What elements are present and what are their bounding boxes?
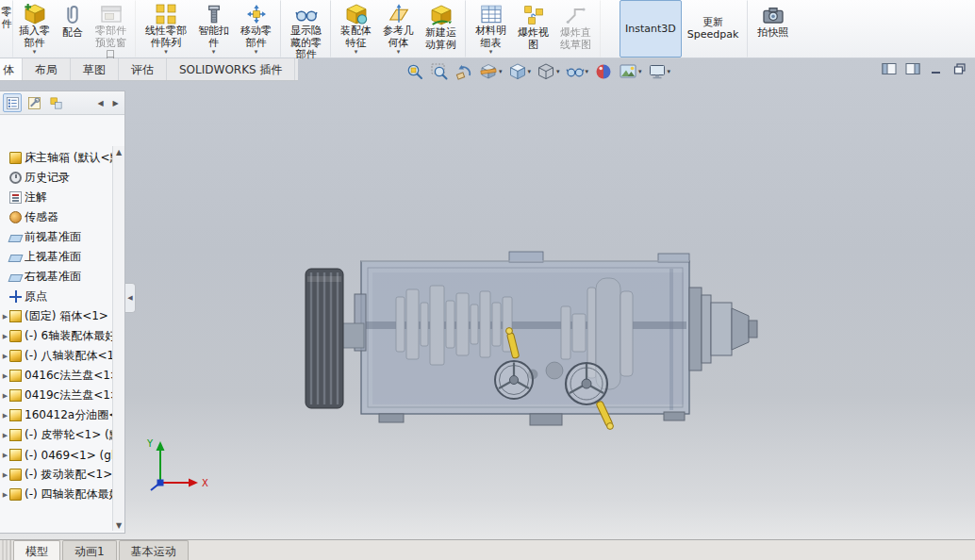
tree-item[interactable]: ▶ 0419c法兰盘<1> bbox=[0, 386, 112, 405]
propertymanager-tab[interactable] bbox=[25, 93, 43, 112]
tree-item[interactable]: ▶ (固定) 箱体<1> (默 bbox=[0, 306, 112, 326]
tree-item[interactable]: ▶ 右视基准面 bbox=[0, 267, 112, 287]
propertymanager-icon bbox=[27, 96, 41, 110]
bill-of-materials-button[interactable]: 材料明 细表 ▾ bbox=[470, 0, 512, 58]
tree-item-icon bbox=[9, 488, 22, 501]
tab-assembly[interactable]: 体 bbox=[0, 58, 23, 80]
zoom-to-area-button[interactable]: ▾ bbox=[428, 61, 451, 82]
triad-y-label: Y bbox=[146, 438, 154, 449]
tree-item-icon bbox=[9, 370, 22, 382]
component-preview-window-button[interactable]: 零部件 预览窗 口 ▾ bbox=[90, 0, 136, 58]
tree-item[interactable]: ▶ 原点 bbox=[0, 287, 112, 306]
expand-arrow-icon[interactable]: ▶ bbox=[1, 412, 9, 420]
apply-scene-button[interactable]: ▾ bbox=[617, 61, 644, 82]
tree-scrollbar[interactable]: ▲ ▼ bbox=[112, 146, 124, 531]
view-orientation-button[interactable]: ▾ bbox=[506, 61, 534, 82]
expand-arrow-icon[interactable]: ▶ bbox=[1, 353, 9, 360]
tree-item-icon bbox=[9, 191, 22, 204]
tree-item[interactable]: ▶ (-) 拨动装配<1> ( bbox=[0, 465, 112, 485]
tree-item[interactable]: ▶ 注解 bbox=[0, 188, 112, 207]
expand-arrow-icon[interactable]: ▶ bbox=[1, 372, 9, 380]
display-style-button[interactable]: ▾ bbox=[535, 61, 562, 82]
tree-item[interactable]: ▶ 0416c法兰盘<1> bbox=[0, 366, 112, 386]
tab-layout[interactable]: 布局 bbox=[23, 58, 71, 80]
tree-item-icon bbox=[9, 409, 22, 421]
instant3d-button[interactable]: Instant3D ▾ bbox=[620, 0, 682, 58]
tree-root-assembly[interactable]: ▶ 床主轴箱 (默认<默 bbox=[0, 148, 112, 168]
tab-solidworks-addins[interactable]: SOLIDWORKS 插件 bbox=[167, 58, 295, 80]
mate-button[interactable]: 配合 ▾ bbox=[56, 0, 90, 58]
tab-animation1[interactable]: 动画1 bbox=[62, 540, 117, 560]
new-motion-study-button[interactable]: 新建运 动算例 ▾ bbox=[420, 0, 466, 58]
tree-item[interactable]: ▶ (-) 0469<1> (gb bbox=[0, 445, 112, 465]
pane-left-button[interactable] bbox=[881, 61, 897, 75]
tree-item-icon bbox=[9, 211, 22, 223]
tree-item[interactable]: ▶ 上视基准面 bbox=[0, 247, 112, 267]
dropdown-arrow-icon: ▾ bbox=[638, 68, 642, 75]
tab-sketch[interactable]: 草图 bbox=[71, 58, 119, 80]
tree-item[interactable]: ▶ 前视基准面 bbox=[0, 227, 112, 247]
reference-geometry-button[interactable]: 参考几 何体 ▾ bbox=[377, 0, 420, 58]
panel-forward-button[interactable]: ▶ bbox=[109, 99, 122, 107]
previous-view-button[interactable]: ▾ bbox=[453, 61, 475, 82]
dropdown-arrow-icon: ▾ bbox=[668, 68, 671, 75]
scroll-up-icon[interactable]: ▲ bbox=[113, 146, 124, 157]
expand-arrow-icon[interactable]: ▶ bbox=[1, 491, 9, 499]
featuremanager-tab[interactable] bbox=[3, 93, 22, 112]
orientation-triad: Y X bbox=[140, 436, 215, 502]
scroll-down-icon[interactable]: ▼ bbox=[113, 519, 124, 531]
expand-arrow-icon[interactable]: ▶ bbox=[1, 452, 9, 459]
tree-item[interactable]: ▶ (-) 皮带轮<1> (默 bbox=[0, 425, 112, 445]
zoom-to-fit-button[interactable]: ▾ bbox=[404, 61, 426, 82]
expand-arrow-icon[interactable]: ▶ bbox=[1, 432, 9, 439]
panel-header: ◀ ▶ bbox=[0, 91, 124, 115]
tool-icon bbox=[594, 62, 613, 81]
tab-basic-motion[interactable]: 基本运动 bbox=[119, 540, 189, 560]
tree-item-icon bbox=[9, 152, 22, 164]
insert-component-button[interactable]: 插入零 部件 ▾ bbox=[13, 0, 56, 58]
expand-arrow-icon[interactable]: ▶ bbox=[1, 333, 9, 340]
edit-appearance-button[interactable]: ▾ bbox=[592, 61, 615, 82]
exploded-view-button[interactable]: 爆炸视 图 ▾ bbox=[512, 0, 554, 58]
expand-arrow-icon[interactable]: ▶ bbox=[1, 471, 9, 479]
tool-icon bbox=[566, 62, 585, 81]
expand-arrow-icon[interactable]: ▶ bbox=[1, 313, 9, 321]
linear-component-pattern-button[interactable]: 线性零部 件阵列 ▾ bbox=[140, 0, 192, 58]
tree-item[interactable]: ▶ 历史记录 bbox=[0, 168, 112, 188]
pane-right-button[interactable] bbox=[904, 61, 920, 75]
tree-item-icon bbox=[9, 290, 22, 303]
explode-line-sketch-button[interactable]: 爆炸直 线草图 ▾ bbox=[554, 0, 601, 58]
ribbon-button-clipped[interactable]: 零 件 bbox=[0, 0, 13, 58]
smart-fasteners-button[interactable]: 智能扣 件 ▾ bbox=[192, 0, 235, 58]
configurationmanager-tab[interactable] bbox=[46, 93, 65, 112]
tree-item[interactable]: ▶ (-) 四轴装配体最好 bbox=[0, 485, 112, 504]
expand-arrow-icon[interactable]: ▶ bbox=[1, 392, 9, 400]
ribbon-button-icon bbox=[345, 3, 368, 25]
update-speedpak-button[interactable]: 更新 Speedpak ▾ bbox=[682, 0, 749, 58]
view-settings-button[interactable]: ▾ bbox=[646, 61, 673, 82]
take-snapshot-button[interactable]: 拍快照 ▾ bbox=[752, 0, 794, 58]
window-control-icon bbox=[882, 62, 897, 75]
tree-item-icon bbox=[9, 469, 22, 481]
show-hidden-components-button[interactable]: 显示隐 藏的零 部件 ▾ bbox=[285, 0, 331, 58]
tab-model[interactable]: 模型 bbox=[13, 540, 60, 560]
model-output-shaft bbox=[689, 288, 757, 371]
hide-show-items-button[interactable]: ▾ bbox=[564, 61, 591, 82]
panel-collapse-button[interactable]: ◀ bbox=[125, 283, 136, 313]
minimize-document-button[interactable] bbox=[928, 61, 944, 75]
section-view-button[interactable]: ▾ bbox=[477, 61, 504, 82]
tree-item[interactable]: ▶ 传感器 bbox=[0, 207, 112, 227]
panel-back-button[interactable]: ◀ bbox=[94, 99, 107, 107]
assembly-features-button[interactable]: 装配体 特征 ▾ bbox=[335, 0, 377, 58]
tree-item[interactable]: ▶ 160412a分油圈< bbox=[0, 405, 112, 425]
restore-document-button[interactable] bbox=[951, 61, 967, 75]
triad-origin bbox=[157, 480, 164, 486]
feature-manager-panel: ◀ ▶ ▶ 床主轴箱 (默认<默 ▶ 历史记录 ▶ 注解 ▶ 传感器 ▶ bbox=[0, 91, 125, 534]
tree-item[interactable]: ▶ (-) 八轴装配体<1: bbox=[0, 346, 112, 366]
tree-item[interactable]: ▶ (-) 6轴装配体最好 bbox=[0, 326, 112, 346]
tab-evaluate[interactable]: 评估 bbox=[119, 58, 167, 80]
splitter-grip[interactable] bbox=[2, 540, 11, 560]
gearbox-3d-model[interactable] bbox=[283, 231, 773, 453]
dropdown-arrow-icon: ▾ bbox=[397, 49, 401, 56]
move-component-button[interactable]: 移动零 部件 ▾ bbox=[235, 0, 281, 58]
